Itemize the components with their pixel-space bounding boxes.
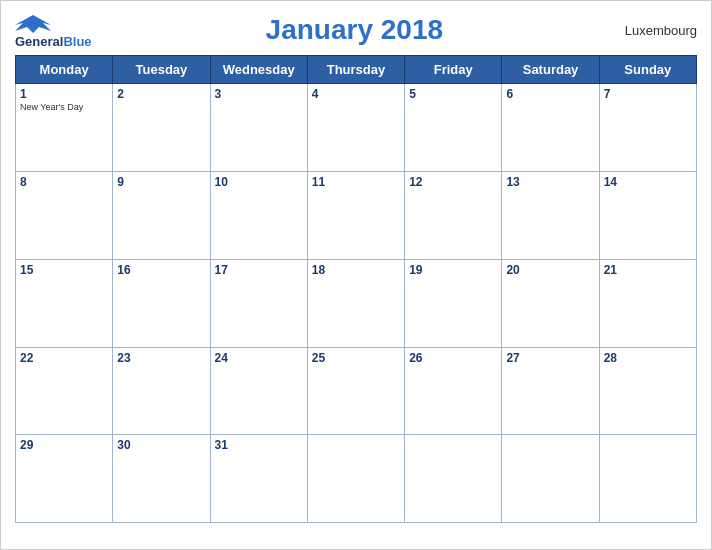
day-number: 2 <box>117 87 205 101</box>
day-number: 21 <box>604 263 692 277</box>
calendar-cell: 3 <box>210 84 307 172</box>
day-number: 18 <box>312 263 400 277</box>
calendar-cell: 5 <box>405 84 502 172</box>
calendar-cell: 24 <box>210 347 307 435</box>
calendar-cell: 19 <box>405 259 502 347</box>
calendar-cell: 20 <box>502 259 599 347</box>
logo-blue-text: Blue <box>63 35 91 49</box>
calendar-cell: 28 <box>599 347 696 435</box>
calendar-cell: 10 <box>210 172 307 260</box>
calendar-cell: 1New Year's Day <box>16 84 113 172</box>
logo-bird-icon <box>15 11 51 35</box>
calendar-cell: 2 <box>113 84 210 172</box>
calendar-cell: 22 <box>16 347 113 435</box>
calendar-cell: 13 <box>502 172 599 260</box>
calendar-cell: 16 <box>113 259 210 347</box>
calendar-cell <box>502 435 599 523</box>
day-number: 30 <box>117 438 205 452</box>
calendar-week-row: 15161718192021 <box>16 259 697 347</box>
day-number: 6 <box>506 87 594 101</box>
day-number: 20 <box>506 263 594 277</box>
calendar-cell: 30 <box>113 435 210 523</box>
day-number: 16 <box>117 263 205 277</box>
logo: General Blue <box>15 11 92 49</box>
country-label: Luxembourg <box>617 23 697 38</box>
calendar-cell: 21 <box>599 259 696 347</box>
header-thursday: Thursday <box>307 56 404 84</box>
calendar-cell: 27 <box>502 347 599 435</box>
calendar-cell: 4 <box>307 84 404 172</box>
day-number: 13 <box>506 175 594 189</box>
calendar-title: January 2018 <box>92 14 617 46</box>
calendar-cell: 25 <box>307 347 404 435</box>
header-wednesday: Wednesday <box>210 56 307 84</box>
header-saturday: Saturday <box>502 56 599 84</box>
day-number: 26 <box>409 351 497 365</box>
calendar-cell: 17 <box>210 259 307 347</box>
calendar-cell: 15 <box>16 259 113 347</box>
day-number: 14 <box>604 175 692 189</box>
weekday-header-row: Monday Tuesday Wednesday Thursday Friday… <box>16 56 697 84</box>
calendar-wrapper: General Blue January 2018 Luxembourg Mon… <box>0 0 712 550</box>
calendar-cell: 31 <box>210 435 307 523</box>
calendar-table: Monday Tuesday Wednesday Thursday Friday… <box>15 55 697 523</box>
day-number: 19 <box>409 263 497 277</box>
day-number: 27 <box>506 351 594 365</box>
calendar-cell: 26 <box>405 347 502 435</box>
day-number: 3 <box>215 87 303 101</box>
calendar-week-row: 293031 <box>16 435 697 523</box>
logo-general-text: General <box>15 35 63 49</box>
calendar-cell <box>307 435 404 523</box>
day-number: 23 <box>117 351 205 365</box>
header-friday: Friday <box>405 56 502 84</box>
calendar-cell: 8 <box>16 172 113 260</box>
header-sunday: Sunday <box>599 56 696 84</box>
holiday-label: New Year's Day <box>20 102 108 113</box>
calendar-cell: 11 <box>307 172 404 260</box>
day-number: 8 <box>20 175 108 189</box>
calendar-cell <box>599 435 696 523</box>
calendar-cell: 12 <box>405 172 502 260</box>
calendar-header: General Blue January 2018 Luxembourg <box>15 11 697 49</box>
header-monday: Monday <box>16 56 113 84</box>
calendar-cell: 23 <box>113 347 210 435</box>
day-number: 15 <box>20 263 108 277</box>
day-number: 31 <box>215 438 303 452</box>
day-number: 10 <box>215 175 303 189</box>
calendar-cell: 6 <box>502 84 599 172</box>
calendar-week-row: 891011121314 <box>16 172 697 260</box>
day-number: 1 <box>20 87 108 101</box>
day-number: 9 <box>117 175 205 189</box>
calendar-cell: 14 <box>599 172 696 260</box>
calendar-cell: 29 <box>16 435 113 523</box>
day-number: 28 <box>604 351 692 365</box>
calendar-cell: 7 <box>599 84 696 172</box>
day-number: 4 <box>312 87 400 101</box>
calendar-cell: 9 <box>113 172 210 260</box>
day-number: 17 <box>215 263 303 277</box>
calendar-cell: 18 <box>307 259 404 347</box>
day-number: 22 <box>20 351 108 365</box>
day-number: 5 <box>409 87 497 101</box>
day-number: 24 <box>215 351 303 365</box>
day-number: 12 <box>409 175 497 189</box>
day-number: 25 <box>312 351 400 365</box>
day-number: 29 <box>20 438 108 452</box>
header-tuesday: Tuesday <box>113 56 210 84</box>
day-number: 11 <box>312 175 400 189</box>
calendar-week-row: 22232425262728 <box>16 347 697 435</box>
calendar-cell <box>405 435 502 523</box>
svg-marker-0 <box>15 15 51 33</box>
calendar-week-row: 1New Year's Day234567 <box>16 84 697 172</box>
day-number: 7 <box>604 87 692 101</box>
